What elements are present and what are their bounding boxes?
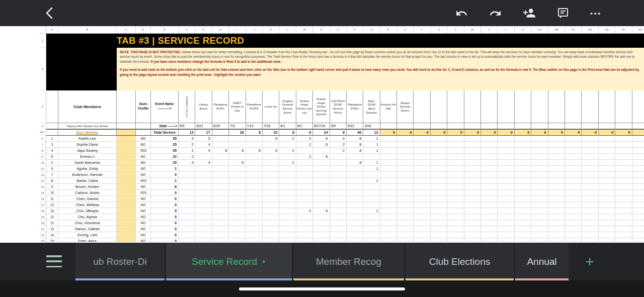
cell-C[interactable]: [117, 166, 136, 172]
cell-V[interactable]: [447, 226, 464, 232]
row-header-23[interactable]: 23: [39, 238, 46, 242]
date-N[interactable]: 8/17/24: [313, 123, 330, 129]
member-index[interactable]: 2: [46, 160, 58, 166]
cell-R[interactable]: [380, 166, 397, 172]
cell-Y[interactable]: [498, 154, 514, 160]
total-H[interactable]: [212, 129, 229, 136]
column-header-AD[interactable]: AD: [582, 26, 598, 34]
cell-AC[interactable]: [565, 208, 582, 214]
sheet-list-menu-button[interactable]: [46, 255, 62, 267]
total-AB[interactable]: 0: [548, 129, 565, 136]
cell-X[interactable]: [481, 232, 498, 238]
cell-AF[interactable]: [615, 90, 632, 123]
member-name[interactable]: Chiu, Mikayla: [58, 208, 117, 214]
event-value[interactable]: 4: [195, 160, 212, 166]
total-P[interactable]: 40: [347, 129, 363, 136]
cell-S[interactable]: [397, 136, 414, 142]
cell-I[interactable]: [229, 238, 246, 242]
cell-F[interactable]: [179, 208, 195, 214]
add-collaborator-icon[interactable]: [523, 7, 536, 20]
cell-AB[interactable]: [548, 226, 565, 232]
cell-G[interactable]: [195, 232, 212, 238]
cell-AA[interactable]: [531, 214, 548, 220]
cell-O[interactable]: [330, 226, 347, 232]
cell-H[interactable]: [212, 166, 229, 172]
cell-I[interactable]: [229, 154, 246, 160]
member-name[interactable]: Chui, Giovanna: [58, 220, 117, 226]
cell-X[interactable]: [481, 226, 498, 232]
cell-AB[interactable]: [548, 166, 565, 172]
cell-K[interactable]: [263, 208, 279, 214]
total-L[interactable]: 8: [279, 129, 296, 136]
total-AD[interactable]: 0: [582, 129, 598, 136]
cell-O[interactable]: [330, 166, 347, 172]
cell-V[interactable]: [447, 172, 464, 178]
cell-N[interactable]: [313, 178, 330, 184]
member-index[interactable]: 10: [46, 190, 58, 196]
event-value[interactable]: 1: [363, 148, 380, 154]
total-T[interactable]: 0: [414, 129, 430, 136]
sheet-tab-annual[interactable]: Annual: [515, 243, 569, 280]
cell-G[interactable]: [195, 196, 212, 202]
member-index[interactable]: 14: [46, 232, 58, 238]
banner-left-block[interactable]: [46, 48, 117, 90]
date-J[interactable]: 7/13: [246, 123, 263, 129]
cell-Y[interactable]: [498, 196, 514, 202]
cell-W[interactable]: [464, 238, 481, 242]
member-total[interactable]: 25: [151, 142, 179, 148]
cell-K[interactable]: [263, 184, 279, 190]
cell-O[interactable]: [330, 190, 347, 196]
cell-AG[interactable]: [632, 160, 644, 166]
cell-N[interactable]: [313, 232, 330, 238]
cell-AB[interactable]: [548, 196, 565, 202]
cell-AG[interactable]: [632, 123, 644, 129]
cell-T[interactable]: [414, 238, 430, 242]
cell-Q[interactable]: [363, 238, 380, 242]
cell-AB[interactable]: [548, 154, 565, 160]
event-value[interactable]: 1: [363, 178, 380, 184]
member-index[interactable]: 9: [46, 184, 58, 190]
cell-H[interactable]: [212, 136, 229, 142]
cell-L[interactable]: [279, 172, 296, 178]
cell-P[interactable]: [347, 208, 363, 214]
cell-AE[interactable]: [599, 220, 615, 226]
event-value[interactable]: 2: [179, 142, 195, 148]
total-AF[interactable]: 0: [615, 129, 632, 136]
cell-AA[interactable]: [531, 172, 548, 178]
member-name[interactable]: Barba, Calea: [58, 178, 117, 184]
cell-AB[interactable]: [548, 220, 565, 226]
cell-F[interactable]: [179, 232, 195, 238]
cell-I[interactable]: [229, 202, 246, 208]
column-header-X[interactable]: X: [481, 26, 498, 34]
total-N[interactable]: 24: [313, 129, 330, 136]
cell-Y[interactable]: [498, 166, 514, 172]
cell-AC[interactable]: [565, 196, 582, 202]
member-index[interactable]: 3: [46, 142, 58, 148]
cell-Z[interactable]: [515, 178, 531, 184]
member-index[interactable]: 1: [46, 136, 58, 142]
cell-Y[interactable]: [498, 136, 514, 142]
cell-G[interactable]: [195, 202, 212, 208]
cell-Y[interactable]: [498, 184, 514, 190]
cell-V[interactable]: [447, 196, 464, 202]
cell-Z[interactable]: [515, 220, 531, 226]
cell-A[interactable]: [46, 90, 58, 123]
cell-C[interactable]: [117, 214, 136, 220]
member-dues[interactable]: NO: [136, 196, 151, 202]
member-dues[interactable]: NO: [136, 226, 151, 232]
member-total[interactable]: 45: [151, 148, 179, 154]
cell-AC[interactable]: [565, 220, 582, 226]
cell-L[interactable]: [279, 226, 296, 232]
row-header-21[interactable]: 21: [39, 226, 46, 232]
cell-M[interactable]: [296, 148, 313, 154]
cell-C[interactable]: [117, 90, 136, 123]
event-value[interactable]: 2: [296, 208, 313, 214]
cell-S[interactable]: [397, 232, 414, 238]
cell-V[interactable]: [447, 178, 464, 184]
cell-W[interactable]: [464, 142, 481, 148]
cell-AA[interactable]: [531, 184, 548, 190]
cell-U[interactable]: [431, 202, 447, 208]
cell-F[interactable]: [179, 220, 195, 226]
cell-Z[interactable]: [515, 172, 531, 178]
cell-V[interactable]: [447, 136, 464, 142]
